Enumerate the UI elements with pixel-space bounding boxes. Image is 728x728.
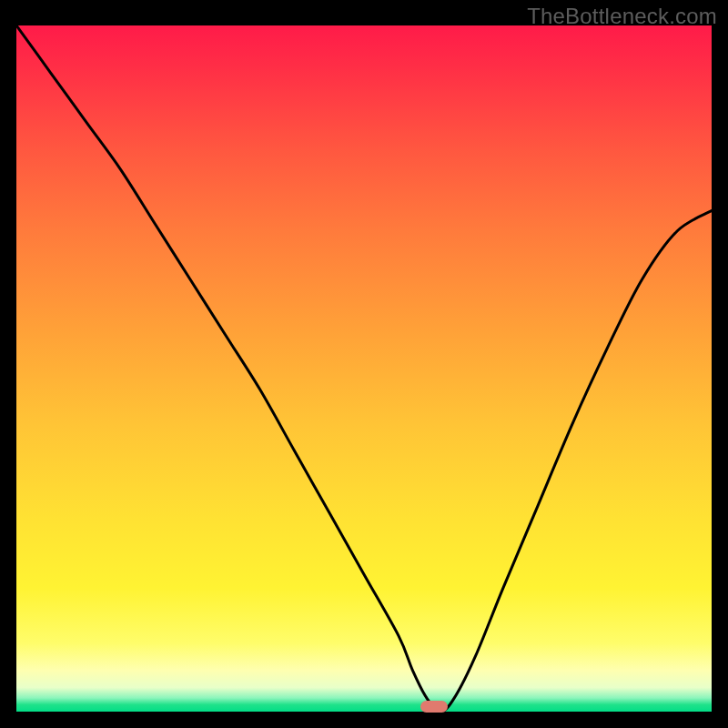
chart-frame: TheBottleneck.com <box>0 0 728 728</box>
bottleneck-curve <box>16 25 712 712</box>
plot-area <box>16 25 712 712</box>
optimal-marker <box>420 701 448 713</box>
